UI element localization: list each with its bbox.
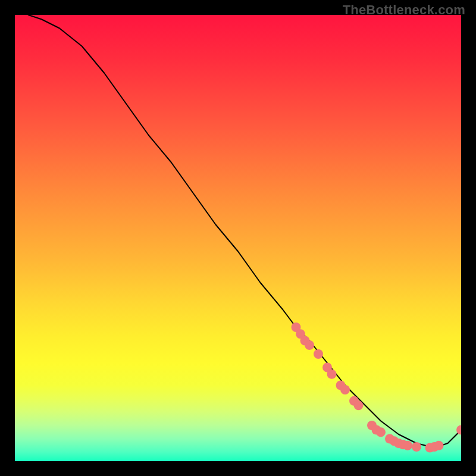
attribution-label: TheBottleneck.com <box>343 2 465 18</box>
chart-frame: TheBottleneck.com <box>0 0 476 476</box>
plot-area <box>15 15 461 461</box>
